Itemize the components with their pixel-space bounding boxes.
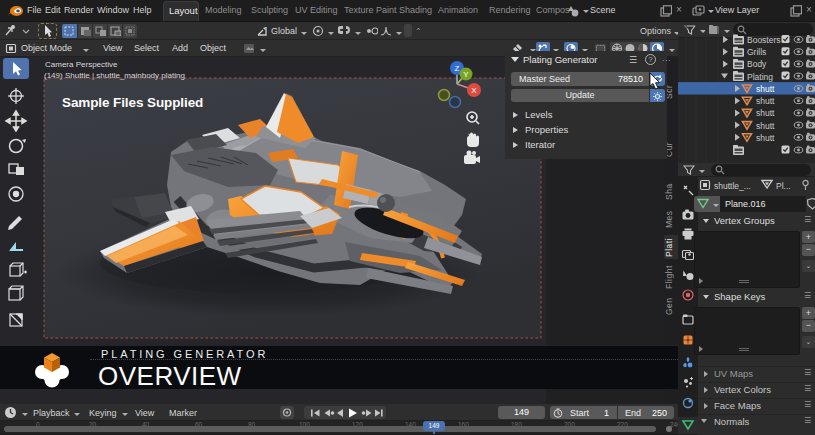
svg-text:shutt: shutt [756,121,775,131]
svg-text:shutt: shutt [756,96,775,106]
svg-text:Plating: Plating [747,72,773,82]
svg-text:shutt: shutt [756,108,775,118]
svg-text:Z: Z [455,64,460,73]
svg-text:X: X [471,86,477,95]
svg-text:Boosters: Boosters [747,35,781,45]
svg-text:Y: Y [463,70,469,79]
svg-text:Grills: Grills [747,47,766,57]
svg-text:Body: Body [747,59,767,69]
svg-text:shutt: shutt [756,84,775,94]
svg-text:shutt: shutt [756,133,775,143]
